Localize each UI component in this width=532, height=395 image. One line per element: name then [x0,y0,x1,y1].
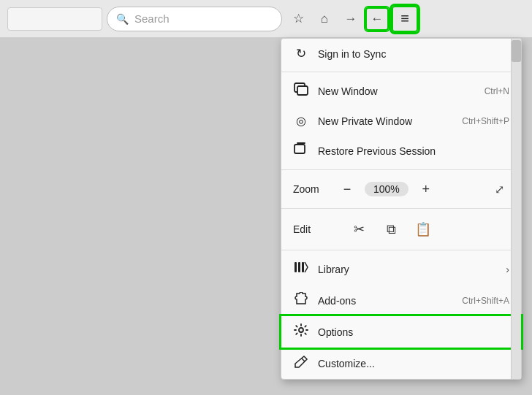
zoom-in-button[interactable]: + [416,179,436,199]
paste-button[interactable]: 📋 [411,218,435,241]
svg-point-6 [299,328,303,332]
scrollbar-thumb [512,40,521,62]
edit-row: Edit ✂ ⧉ 📋 [281,212,521,247]
divider-3 [281,208,521,209]
menu-item-library[interactable]: Library › [281,253,521,285]
cut-button[interactable]: ✂ [347,218,370,241]
shortcut-new-window: Ctrl+N [484,86,509,96]
customize-icon [293,355,309,372]
search-icon: 🔍 [116,13,129,25]
restore-session-icon [293,142,309,159]
svg-rect-3 [294,262,297,272]
menu-label-restore-session: Restore Previous Session [318,145,509,157]
zoom-label: Zoom [293,183,330,195]
library-arrow: › [506,264,509,275]
divider-4 [281,250,521,250]
menu-scrollbar[interactable] [511,39,521,379]
options-icon [293,323,309,340]
menu-label-add-ons: Add-ons [318,295,453,307]
menu-item-sign-in-sync[interactable]: ↻ Sign in to Sync [281,39,521,69]
edit-label: Edit [293,223,330,235]
toolbar-icons-group: ☆ ⌂ → ← ≡ [286,6,418,32]
zoom-expand-button[interactable]: ⤢ [489,179,509,199]
svg-rect-1 [297,86,308,95]
hamburger-menu-button[interactable]: ≡ [392,6,418,32]
menu-item-customize[interactable]: Customize... [281,348,521,379]
svg-rect-4 [298,262,300,272]
zoom-out-button[interactable]: − [337,179,357,199]
add-ons-icon [293,292,309,309]
menu-label-library: Library [318,264,497,275]
search-bar[interactable]: 🔍 Search [107,7,282,31]
home-icon[interactable]: ⌂ [313,7,336,31]
copy-button[interactable]: ⧉ [379,218,403,241]
sync-icon: ↻ [293,46,309,61]
shortcut-private-window: Ctrl+Shift+P [462,116,509,126]
private-window-icon: ◎ [293,114,309,128]
menu-label-new-window: New Window [318,85,476,97]
menu-label-sign-in-sync: Sign in to Sync [318,48,509,60]
back-icon[interactable]: ← [365,7,389,31]
menu-item-restore-session[interactable]: Restore Previous Session [281,135,521,166]
bookmark-icon[interactable]: ☆ [286,7,310,31]
library-icon [293,261,309,277]
search-placeholder-text: Search [134,12,170,25]
browser-toolbar: 🔍 Search ☆ ⌂ → ← ≡ [0,0,532,38]
divider-1 [281,72,521,72]
menu-item-new-private-window[interactable]: ◎ New Private Window Ctrl+Shift+P [281,107,521,135]
menu-item-options[interactable]: Options [281,316,521,348]
svg-rect-2 [294,145,305,153]
shortcut-add-ons: Ctrl+Shift+A [462,296,509,306]
edit-icons-group: ✂ ⧉ 📋 [347,218,435,241]
zoom-value: 100% [365,182,408,196]
browser-menu-dropdown: ↻ Sign in to Sync New Window Ctrl+N ◎ Ne… [281,38,522,380]
divider-2 [281,169,521,170]
menu-item-new-window[interactable]: New Window Ctrl+N [281,75,521,107]
new-window-icon [293,83,309,99]
address-bar-left [7,7,102,31]
menu-label-options: Options [318,326,509,338]
menu-item-add-ons[interactable]: Add-ons Ctrl+Shift+A [281,285,521,316]
svg-rect-5 [302,262,304,272]
forward-icon[interactable]: → [339,7,362,31]
menu-label-new-private-window: New Private Window [318,115,453,127]
menu-label-customize: Customize... [318,358,509,369]
zoom-row: Zoom − 100% + ⤢ [281,173,521,205]
